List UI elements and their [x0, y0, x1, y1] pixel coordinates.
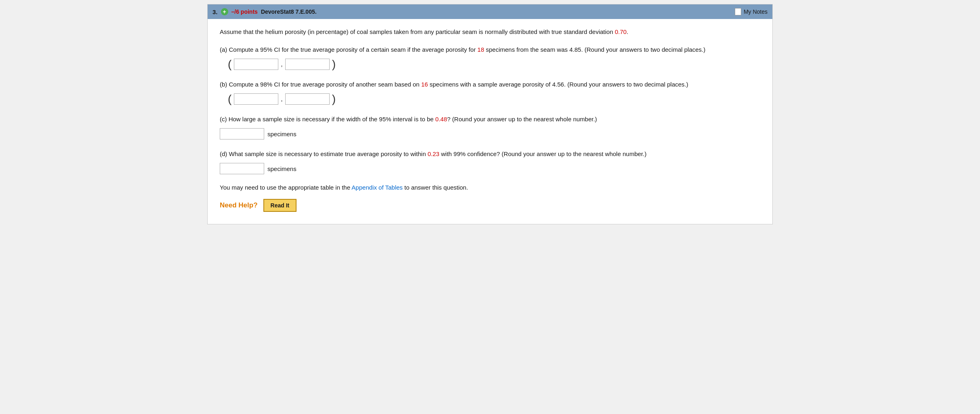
part-c-text-after: ? (Round your answer up to the nearest w…	[447, 116, 597, 123]
part-d-text-after: with 99% confidence? (Round your answer …	[440, 150, 647, 157]
part-a-text: (a) Compute a 95% CI for the true averag…	[220, 45, 760, 55]
part-d-text: (d) What sample size is necessary to est…	[220, 149, 760, 159]
appendix-section: You may need to use the appropriate tabl…	[220, 184, 760, 191]
part-a-text-before: Compute a 95% CI for the true average po…	[229, 46, 477, 53]
question-container: 3. + –/6 points DevoreStat8 7.E.005. My …	[207, 4, 773, 224]
part-a-inputs: ( , )	[228, 59, 760, 70]
part-c-text: (c) How large a sample size is necessary…	[220, 114, 760, 124]
part-d-within-highlight: 0.23	[427, 150, 439, 157]
part-a: (a) Compute a 95% CI for the true averag…	[220, 45, 760, 70]
appendix-link[interactable]: Appendix of Tables	[351, 184, 402, 191]
part-c-specimens-label: specimens	[267, 131, 297, 137]
appendix-text-after: to answer this question.	[403, 184, 468, 191]
header-left: 3. + –/6 points DevoreStat8 7.E.005.	[212, 8, 317, 15]
premise-text-before: Assume that the helium porosity (in perc…	[220, 28, 615, 35]
part-a-text-after: specimens from the seam was 4.85. (Round…	[484, 46, 706, 53]
premise-text: Assume that the helium porosity (in perc…	[220, 27, 760, 37]
read-it-button[interactable]: Read It	[263, 199, 297, 212]
comma-b: ,	[281, 95, 282, 103]
part-b-input-upper[interactable]	[285, 93, 330, 105]
part-d: (d) What sample size is necessary to est…	[220, 149, 760, 174]
part-c-text-before: How large a sample size is necessary if …	[229, 116, 435, 123]
part-b-text-after: specimens with a sample average porosity…	[428, 81, 688, 88]
header-right: My Notes	[735, 8, 768, 15]
notes-icon	[735, 8, 741, 15]
part-b: (b) Compute a 98% CI for true average po…	[220, 80, 760, 105]
part-c-label: (c)	[220, 116, 227, 123]
part-d-specimens-label: specimens	[267, 165, 297, 172]
part-c: (c) How large a sample size is necessary…	[220, 114, 760, 139]
part-a-specimens-highlight: 18	[477, 46, 484, 53]
question-header: 3. + –/6 points DevoreStat8 7.E.005. My …	[208, 4, 772, 19]
points-label: –/6 points	[231, 8, 258, 15]
part-b-specimens-highlight: 16	[421, 81, 428, 88]
part-a-label: (a)	[220, 46, 227, 53]
need-help-label: Need Help?	[220, 201, 258, 209]
part-a-input-upper[interactable]	[285, 59, 330, 70]
source-text: DevoreStat8 7.E.005.	[261, 8, 317, 15]
part-c-width-highlight: 0.48	[435, 116, 447, 123]
part-b-inputs: ( , )	[228, 93, 760, 105]
my-notes-label[interactable]: My Notes	[744, 8, 768, 15]
comma-a: ,	[281, 61, 282, 68]
open-paren-b: (	[228, 93, 231, 105]
part-b-input-lower[interactable]	[234, 93, 278, 105]
help-section: Need Help? Read It	[220, 199, 760, 212]
part-b-label: (b)	[220, 81, 227, 88]
question-body: Assume that the helium porosity (in perc…	[208, 19, 772, 224]
std-dev-highlight: 0.70	[615, 28, 627, 35]
part-c-input[interactable]	[220, 128, 264, 139]
part-c-answer-row: specimens	[220, 128, 760, 139]
part-d-answer-row: specimens	[220, 163, 760, 174]
close-paren-b: )	[332, 93, 336, 105]
premise-text-after: .	[627, 28, 628, 35]
open-paren-a: (	[228, 59, 231, 70]
part-b-text: (b) Compute a 98% CI for true average po…	[220, 80, 760, 89]
part-d-label: (d)	[220, 150, 227, 157]
question-number: 3.	[212, 8, 218, 15]
close-paren-a: )	[332, 59, 336, 70]
appendix-text-before: You may need to use the appropriate tabl…	[220, 184, 351, 191]
plus-icon: +	[221, 8, 228, 15]
part-d-text-before: What sample size is necessary to estimat…	[229, 150, 428, 157]
part-b-text-before: Compute a 98% CI for true average porosi…	[229, 81, 421, 88]
part-a-input-lower[interactable]	[234, 59, 278, 70]
part-d-input[interactable]	[220, 163, 264, 174]
